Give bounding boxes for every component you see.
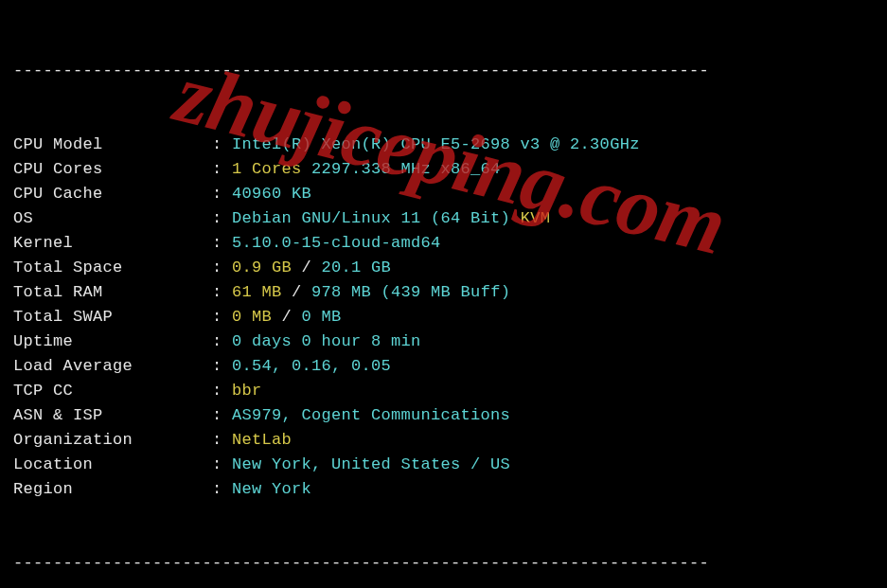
colon: : bbox=[212, 406, 232, 424]
sys-label: Kernel bbox=[13, 234, 212, 252]
colon: : bbox=[212, 382, 232, 400]
sys-row: Load Average : 0.54, 0.16, 0.05 bbox=[13, 354, 874, 379]
colon: : bbox=[212, 455, 232, 473]
system-info-block: CPU Model : Intel(R) Xeon(R) CPU E5-2698… bbox=[13, 133, 874, 502]
colon: : bbox=[212, 258, 232, 276]
sys-value: bbr bbox=[232, 382, 262, 400]
sys-value: 5.10.0-15-cloud-amd64 bbox=[232, 234, 441, 252]
sys-value: 0 days 0 hour 8 min bbox=[232, 332, 421, 350]
sys-label: Uptime bbox=[13, 332, 212, 350]
sys-value: 40960 KB bbox=[232, 185, 311, 203]
terminal-output: ----------------------------------------… bbox=[0, 0, 887, 588]
sys-label: Total RAM bbox=[13, 283, 212, 301]
sys-row: Total SWAP : 0 MB / 0 MB bbox=[13, 305, 874, 330]
colon: : bbox=[212, 185, 232, 203]
sys-value: 978 MB bbox=[311, 283, 381, 301]
sys-value: 0.54, 0.16, 0.05 bbox=[232, 357, 391, 375]
sys-value: New York bbox=[232, 480, 311, 498]
sys-row: OS : Debian GNU/Linux 11 (64 Bit) KVM bbox=[13, 206, 874, 231]
sys-label: CPU Cache bbox=[13, 185, 212, 203]
sys-value: 0 MB bbox=[302, 308, 342, 326]
colon: : bbox=[212, 135, 232, 153]
sys-value: AS979, Cogent Communications bbox=[232, 406, 510, 424]
sys-row: CPU Cores : 1 Cores 2297.338 MHz x86_64 bbox=[13, 157, 874, 182]
colon: : bbox=[212, 160, 232, 178]
sys-label: ASN & ISP bbox=[13, 406, 212, 424]
sys-label: Region bbox=[13, 480, 212, 498]
sys-value: Debian GNU/Linux 11 (64 Bit) bbox=[232, 209, 521, 227]
sys-label: Location bbox=[13, 455, 212, 473]
sys-row: Total RAM : 61 MB / 978 MB (439 MB Buff) bbox=[13, 280, 874, 305]
sys-value: Intel(R) Xeon(R) CPU E5-2698 v3 @ 2.30GH… bbox=[232, 135, 640, 153]
sys-value: 0.9 GB bbox=[232, 258, 302, 276]
separator-mid: ----------------------------------------… bbox=[13, 551, 874, 576]
sys-row: Uptime : 0 days 0 hour 8 min bbox=[13, 330, 874, 354]
sys-value: / bbox=[282, 308, 302, 326]
colon: : bbox=[212, 234, 232, 252]
sys-value: 61 MB bbox=[232, 283, 292, 301]
sys-value: New York, United States / US bbox=[232, 455, 510, 473]
colon: : bbox=[212, 283, 232, 301]
colon: : bbox=[212, 431, 232, 449]
separator-top: ----------------------------------------… bbox=[13, 59, 874, 83]
colon: : bbox=[212, 308, 232, 326]
colon: : bbox=[212, 357, 232, 375]
sys-row: CPU Model : Intel(R) Xeon(R) CPU E5-2698… bbox=[13, 133, 874, 157]
sys-value: / bbox=[292, 283, 311, 301]
sys-value: NetLab bbox=[232, 431, 292, 449]
sys-row: Organization : NetLab bbox=[13, 428, 874, 453]
sys-value: 1 Cores bbox=[232, 160, 311, 178]
sys-value: (439 MB Buff) bbox=[381, 283, 511, 301]
sys-value: 20.1 GB bbox=[322, 258, 392, 276]
sys-row: Total Space : 0.9 GB / 20.1 GB bbox=[13, 256, 874, 280]
sys-label: CPU Model bbox=[13, 135, 212, 153]
sys-value: 0 MB bbox=[232, 308, 282, 326]
sys-value: KVM bbox=[521, 209, 551, 227]
sys-label: TCP CC bbox=[13, 382, 212, 400]
sys-label: OS bbox=[13, 209, 212, 227]
sys-label: Total Space bbox=[13, 258, 212, 276]
sys-row: Location : New York, United States / US bbox=[13, 453, 874, 477]
sys-value: / bbox=[302, 258, 322, 276]
sys-label: Total SWAP bbox=[13, 308, 212, 326]
sys-label: Load Average bbox=[13, 357, 212, 375]
sys-label: CPU Cores bbox=[13, 160, 212, 178]
colon: : bbox=[212, 209, 232, 227]
sys-row: Kernel : 5.10.0-15-cloud-amd64 bbox=[13, 231, 874, 256]
sys-row: CPU Cache : 40960 KB bbox=[13, 182, 874, 206]
sys-row: Region : New York bbox=[13, 477, 874, 502]
colon: : bbox=[212, 332, 232, 350]
colon: : bbox=[212, 480, 232, 498]
sys-value: 2297.338 MHz x86_64 bbox=[311, 160, 501, 178]
sys-row: TCP CC : bbr bbox=[13, 379, 874, 403]
sys-label: Organization bbox=[13, 431, 212, 449]
sys-row: ASN & ISP : AS979, Cogent Communications bbox=[13, 403, 874, 428]
